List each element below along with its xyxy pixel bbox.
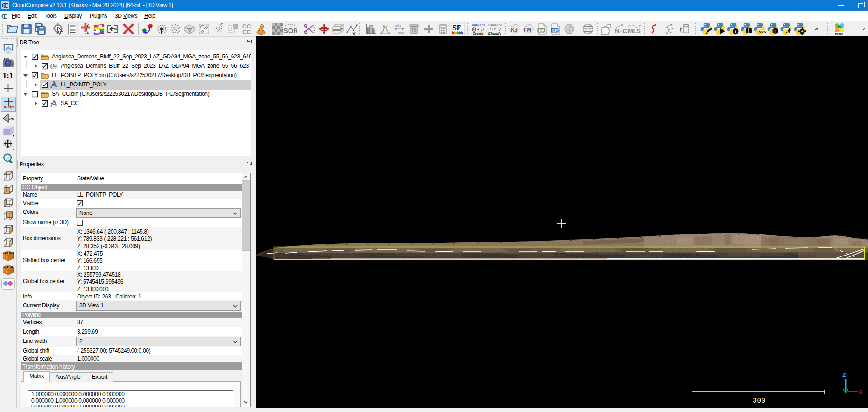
svg-text:auto: auto	[4, 104, 15, 108]
svg-text:FM: FM	[524, 27, 531, 33]
svg-text:Kd: Kd	[511, 27, 517, 33]
svg-text:X: X	[859, 389, 862, 396]
svg-text:BACK: BACK	[3, 265, 14, 269]
svg-text:>>>: >>>	[758, 30, 766, 35]
svg-text:min: min	[395, 23, 401, 28]
svg-text:SOR: SOR	[283, 27, 297, 35]
svg-text:300: 300	[753, 397, 766, 405]
svg-text:SHP: SHP	[539, 29, 545, 32]
svg-text:FRONT: FRONT	[3, 251, 15, 255]
svg-text:Z: Z	[842, 372, 846, 379]
svg-text:N+C: N+C	[615, 28, 627, 35]
svg-text:max: max	[398, 30, 405, 35]
svg-text:MLS: MLS	[628, 28, 641, 35]
svg-text:Classify: Classify	[488, 31, 501, 35]
svg-text:CC: CC	[242, 29, 251, 35]
svg-text:Create: Create	[473, 31, 484, 35]
svg-text:CSV: CSV	[552, 29, 558, 32]
svg-text:3D: 3D	[838, 26, 841, 28]
svg-text:CANUPO: CANUPO	[488, 23, 502, 27]
svg-text:SF: SF	[452, 24, 461, 32]
svg-text:CANUPO: CANUPO	[472, 23, 485, 27]
svg-text:TRAIN: TRAIN	[835, 33, 843, 36]
